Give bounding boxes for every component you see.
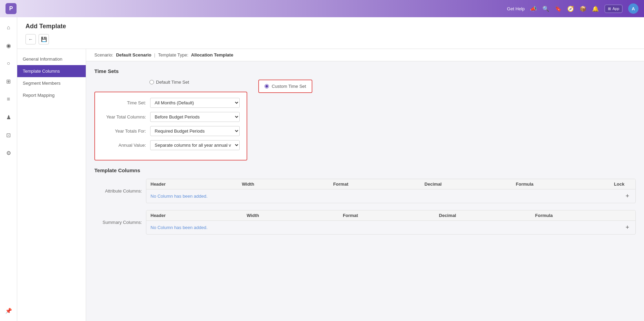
topnav-left: P xyxy=(6,3,17,14)
content-area: Add Template ← 💾 General Information Tem… xyxy=(17,17,644,321)
template-type-label: Template Type: xyxy=(158,52,188,58)
page-header: Add Template ← 💾 xyxy=(17,17,644,49)
page-toolbar: ← 💾 xyxy=(25,33,636,46)
custom-time-set-radio[interactable] xyxy=(264,84,269,89)
attribute-columns-group: Attribute Columns: Header Width Format D… xyxy=(94,179,636,203)
annual-value-row: Annual Value: Separate columns for all y… xyxy=(102,140,240,150)
save-button[interactable]: 💾 xyxy=(39,34,49,44)
summary-columns-group: Summary Columns: Header Width Format Dec… xyxy=(94,210,636,235)
scenario-value: Default Scenario xyxy=(116,52,152,58)
attr-decimal-col: Decimal xyxy=(425,182,516,187)
time-sets-title: Time Sets xyxy=(94,68,636,74)
year-totals-for-row: Year Totals For: Required Budget Periods… xyxy=(102,126,240,136)
sidebar-item-template-columns[interactable]: Template Columns xyxy=(17,65,86,77)
home-icon[interactable]: ⌂ xyxy=(2,21,15,34)
template-columns-title: Template Columns xyxy=(94,167,636,173)
app-logo[interactable]: P xyxy=(6,3,17,14)
nav-sidebar: General Information Template Columns Seg… xyxy=(17,49,86,321)
custom-time-set-wrapper: Custom Time Set xyxy=(258,80,312,93)
scenario-label: Scenario: xyxy=(94,52,113,58)
time-set-box: Time Set: All Months (Default) All Quart… xyxy=(94,92,247,160)
time-sets-section: Time Sets Default Time Set xyxy=(86,61,644,167)
app-icon-symbol: ⊞ xyxy=(608,7,611,11)
attribute-columns-header: Header Width Format Decimal Formula Lock xyxy=(146,179,635,189)
summary-columns-table: Header Width Format Decimal Formula No C… xyxy=(146,210,636,235)
attribute-columns-table: Header Width Format Decimal Formula Lock… xyxy=(146,179,636,203)
custom-time-set-label: Custom Time Set xyxy=(272,84,306,89)
year-totals-for-label: Year Totals For: xyxy=(102,128,150,134)
summary-columns-empty-row: No Column has been added. + xyxy=(146,221,635,234)
year-total-cols-label: Year Total Columns: xyxy=(102,114,150,120)
summary-formula-col: Formula xyxy=(535,213,631,218)
attribute-columns-empty-row: No Column has been added. + xyxy=(146,189,635,203)
summary-add-button[interactable]: + xyxy=(623,223,631,232)
app-switcher[interactable]: ⊞ App xyxy=(604,4,623,13)
breadcrumb-bar: Scenario: Default Scenario | Template Ty… xyxy=(86,49,644,61)
cube-icon[interactable]: 📦 xyxy=(580,6,586,12)
attr-formula-col: Formula xyxy=(516,182,607,187)
year-total-cols-select[interactable]: Before Budget Periods After Budget Perio… xyxy=(150,112,240,122)
summary-format-col: Format xyxy=(343,213,439,218)
template-type-value: Allocation Template xyxy=(191,52,233,58)
back-button[interactable]: ← xyxy=(25,34,36,44)
summary-no-column-text: No Column has been added. xyxy=(150,225,208,230)
circle-icon[interactable]: ○ xyxy=(2,57,15,70)
summary-columns-header: Header Width Format Decimal Formula xyxy=(146,210,635,221)
time-sets-container: Default Time Set Time Set: All Months (D… xyxy=(94,80,636,160)
time-set-form-group: Default Time Set Time Set: All Months (D… xyxy=(94,80,247,160)
attr-header-col: Header xyxy=(150,182,242,187)
body-layout: General Information Template Columns Seg… xyxy=(17,49,644,321)
main-content: Scenario: Default Scenario | Template Ty… xyxy=(86,49,644,321)
bookmark-icon[interactable]: 🔖 xyxy=(555,6,562,12)
sidebar-item-report-mapping[interactable]: Report Mapping xyxy=(17,89,86,101)
pin-icon[interactable]: 📌 xyxy=(2,304,15,317)
template-columns-section: Template Columns Attribute Columns: Head… xyxy=(86,167,644,248)
default-time-set-option[interactable]: Default Time Set xyxy=(149,80,189,85)
attribute-columns-label: Attribute Columns: xyxy=(94,188,146,194)
time-set-row: Time Set: All Months (Default) All Quart… xyxy=(102,98,240,108)
get-help-link[interactable]: Get Help xyxy=(507,6,524,11)
summary-width-col: Width xyxy=(247,213,343,218)
search-icon[interactable]: 🔍 xyxy=(542,6,549,12)
main-layout: ⌂ ◉ ○ ⊞ ≡ ♟ ⊡ ⚙ 📌 Add Template ← 💾 Gener… xyxy=(0,17,644,321)
bell-icon[interactable]: 🔔 xyxy=(592,6,599,12)
year-totals-for-select[interactable]: Required Budget Periods All Budget Perio… xyxy=(150,126,240,136)
page-title: Add Template xyxy=(25,23,636,30)
attr-width-col: Width xyxy=(242,182,333,187)
attribute-columns-header-row: Attribute Columns: Header Width Format D… xyxy=(94,179,636,203)
user-avatar[interactable]: A xyxy=(628,3,638,14)
feed-icon[interactable]: ◉ xyxy=(2,39,15,52)
save-icon: 💾 xyxy=(41,37,47,42)
summary-header-col: Header xyxy=(150,213,247,218)
annual-value-label: Annual Value: xyxy=(102,143,150,148)
summary-decimal-col: Decimal xyxy=(439,213,535,218)
custom-time-set-box: Custom Time Set xyxy=(258,80,312,93)
attribute-no-column-text: No Column has been added. xyxy=(150,194,208,199)
bag-icon[interactable]: ⊡ xyxy=(2,129,15,141)
time-set-field-label: Time Set: xyxy=(102,100,150,105)
breadcrumb-separator: | xyxy=(154,52,155,58)
attribute-add-button[interactable]: + xyxy=(623,192,631,200)
default-time-set-label: Default Time Set xyxy=(156,80,189,85)
left-icon-bar: ⌂ ◉ ○ ⊞ ≡ ♟ ⊡ ⚙ 📌 xyxy=(0,17,17,321)
sidebar-item-general[interactable]: General Information xyxy=(17,53,86,65)
sidebar-item-segment-members[interactable]: Segment Members xyxy=(17,77,86,89)
summary-columns-label: Summary Columns: xyxy=(94,220,146,225)
summary-columns-header-row: Summary Columns: Header Width Format Dec… xyxy=(94,210,636,235)
bars-icon[interactable]: ≡ xyxy=(2,93,15,105)
megaphone-icon[interactable]: 📣 xyxy=(530,6,537,12)
user-icon[interactable]: ♟ xyxy=(2,111,15,123)
attr-lock-col: Lock xyxy=(607,182,631,187)
settings-icon[interactable]: ⚙ xyxy=(2,147,15,159)
year-total-cols-row: Year Total Columns: Before Budget Period… xyxy=(102,112,240,122)
topnav: P Get Help 📣 🔍 🔖 🧭 📦 🔔 ⊞ App A xyxy=(0,0,644,17)
attr-format-col: Format xyxy=(333,182,424,187)
time-set-select[interactable]: All Months (Default) All Quarters Custom xyxy=(150,98,240,108)
compass-icon[interactable]: 🧭 xyxy=(567,6,574,12)
default-time-set-radio[interactable] xyxy=(149,80,154,84)
topnav-right: Get Help 📣 🔍 🔖 🧭 📦 🔔 ⊞ App A xyxy=(507,3,638,14)
app-icon-label: App xyxy=(612,7,619,11)
annual-value-select[interactable]: Separate columns for all year annual v S… xyxy=(150,140,240,150)
grid-icon[interactable]: ⊞ xyxy=(2,75,15,87)
